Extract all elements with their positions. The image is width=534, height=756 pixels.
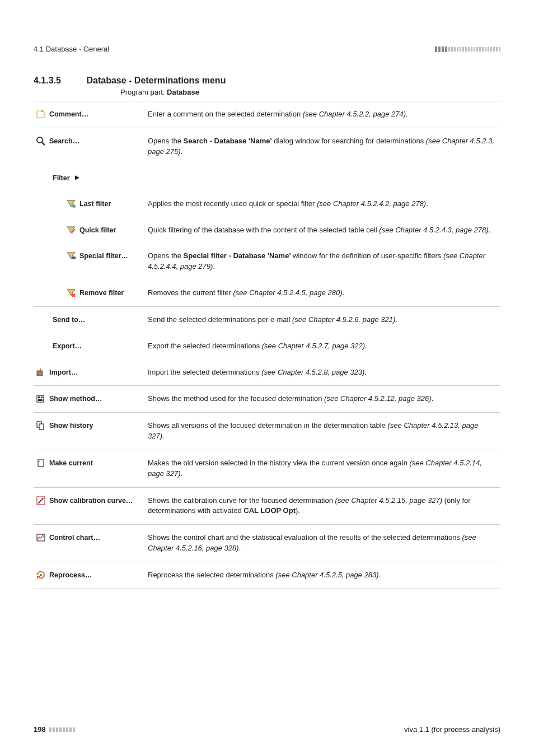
svg-point-3: [72, 204, 76, 208]
menu-item-desc: Send the selected determinations per e-m…: [146, 306, 500, 333]
table-row: Show method… Shows the method used for t…: [34, 386, 500, 413]
show-history-icon: [36, 421, 46, 431]
svg-point-17: [42, 498, 44, 500]
table-row: Control chart… Shows the control chart a…: [34, 525, 500, 562]
table-row: Reprocess… Reprocess the selected determ…: [34, 562, 500, 589]
svg-rect-0: [41, 110, 43, 112]
control-chart-icon: [36, 533, 46, 543]
filter-last-icon: [66, 199, 76, 209]
menu-item-label: Export…: [53, 342, 82, 350]
menu-item-label: Special filter…: [79, 251, 128, 261]
table-row: Filter ▶: [34, 165, 500, 191]
heading-number: 4.1.3.5: [34, 76, 84, 86]
table-row: Show history Shows all versions of the f…: [34, 413, 500, 450]
menu-item-desc: Applies the most recently used quick or …: [146, 191, 500, 217]
menu-item-label: Import…: [49, 367, 78, 377]
menu-item-desc: Shows the calibration curve for the focu…: [146, 487, 500, 525]
menu-item-desc: Export the selected determinations (see …: [146, 333, 500, 360]
comment-icon: [36, 109, 46, 119]
menu-item-label: Search…: [49, 136, 79, 146]
page-number: 198: [34, 725, 46, 734]
svg-point-13: [39, 461, 40, 462]
svg-rect-9: [38, 399, 43, 401]
menu-item-label: Reprocess…: [49, 570, 92, 580]
header-section-text: 4.1 Database - General: [34, 45, 109, 53]
menu-item-desc: [146, 165, 500, 191]
svg-point-19: [40, 574, 42, 576]
svg-point-15: [39, 501, 40, 503]
menu-item-label: Filter: [53, 173, 70, 183]
subheading-prefix: Program part:: [120, 88, 167, 96]
svg-point-1: [37, 137, 43, 143]
footer-right-text: viva 1.1 (for process analysis): [404, 725, 500, 734]
menu-item-desc: Shows all versions of the focused determ…: [146, 413, 500, 450]
menu-item-label: Send to…: [53, 316, 85, 324]
import-icon: [36, 367, 46, 377]
make-current-icon: [36, 458, 46, 468]
table-row: Import… Import the selected determinatio…: [34, 360, 500, 386]
menu-item-label: Show calibration curve…: [49, 496, 133, 506]
menu-item-label: Comment…: [49, 109, 88, 119]
svg-rect-4: [72, 256, 76, 259]
table-row: Comment… Enter a comment on the selected…: [34, 101, 500, 128]
page-header: 4.1 Database - General: [34, 45, 500, 53]
table-row: Export… Export the selected determinatio…: [34, 333, 500, 360]
menu-item-label: Quick filter: [79, 225, 116, 235]
table-row: Search… Opens the Search - Database 'Nam…: [34, 128, 500, 165]
filter-quick-icon: [66, 225, 76, 235]
menu-description-table: Comment… Enter a comment on the selected…: [34, 101, 500, 589]
table-row: Send to… Send the selected determination…: [34, 306, 500, 333]
table-row: Remove filter Removes the current filter…: [34, 280, 500, 306]
filter-special-icon: [66, 251, 76, 261]
menu-item-desc: Opens the Special filter - Database 'Nam…: [146, 243, 500, 280]
menu-item-desc: Shows the method used for the focused de…: [146, 386, 500, 413]
menu-item-desc: Removes the current filter (see Chapter …: [146, 280, 500, 306]
header-ticks-icon: [435, 46, 500, 52]
svg-rect-11: [39, 424, 44, 430]
svg-rect-6: [37, 395, 44, 402]
svg-line-2: [42, 142, 45, 145]
menu-item-desc: Reprocess the selected determinations (s…: [146, 562, 500, 589]
calibration-curve-icon: [36, 496, 46, 506]
page-footer: 198 viva 1.1 (for process analysis): [34, 725, 500, 734]
menu-item-label: Make current: [49, 458, 93, 468]
menu-item-desc: Opens the Search - Database 'Name' dialo…: [146, 128, 500, 165]
submenu-arrow-icon: ▶: [75, 174, 79, 182]
menu-item-desc: Quick filtering of the database with the…: [146, 217, 500, 244]
table-row: Special filter… Opens the Special filter…: [34, 243, 500, 280]
subheading: Program part: Database: [120, 88, 500, 96]
section-heading: 4.1.3.5 Database - Determinations menu: [34, 76, 500, 86]
menu-item-desc: Enter a comment on the selected determin…: [146, 101, 500, 128]
table-row: Quick filter Quick filtering of the data…: [34, 217, 500, 244]
filter-remove-icon: [66, 288, 76, 298]
table-row: Show calibration curve… Shows the calibr…: [34, 487, 500, 525]
svg-rect-8: [41, 396, 43, 398]
subheading-bold: Database: [167, 88, 199, 96]
reprocess-icon: [36, 570, 46, 580]
menu-item-desc: Makes the old version selected in the hi…: [146, 450, 500, 487]
footer-ticks-icon: [49, 727, 75, 732]
menu-item-desc: Shows the control chart and the statisti…: [146, 525, 500, 562]
menu-item-label: Control chart…: [49, 533, 100, 543]
svg-rect-7: [38, 396, 40, 398]
menu-item-label: Show history: [49, 421, 93, 431]
table-row: Last filter Applies the most recently us…: [34, 191, 500, 217]
show-method-icon: [36, 394, 46, 404]
table-row: Make current Makes the old version selec…: [34, 450, 500, 487]
svg-rect-12: [38, 460, 44, 466]
search-icon: [36, 136, 46, 146]
menu-item-label: Last filter: [79, 199, 111, 209]
menu-item-label: Show method…: [49, 394, 102, 404]
svg-point-16: [40, 500, 42, 501]
menu-item-label: Remove filter: [79, 288, 124, 298]
menu-item-desc: Import the selected determinations (see …: [146, 360, 500, 386]
heading-title: Database - Determinations menu: [86, 76, 226, 85]
